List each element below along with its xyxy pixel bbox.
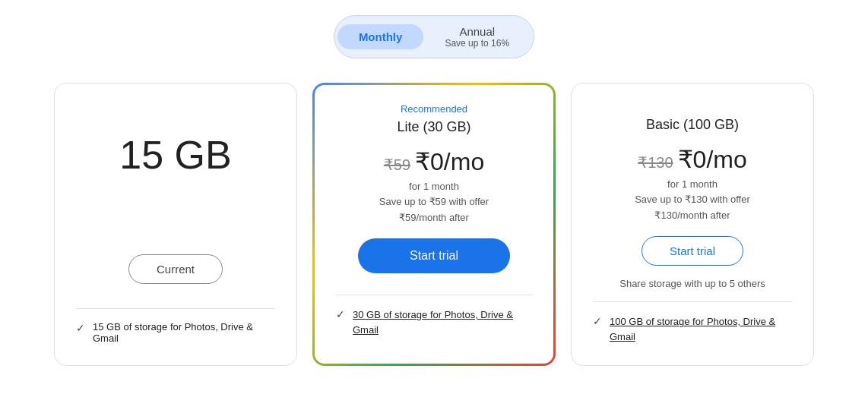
basic-share-text: Share storage with up to 5 others: [619, 278, 765, 289]
annual-save-text: Save up to 16%: [445, 38, 509, 49]
basic-price-sub-line1: for 1 month: [667, 178, 718, 190]
basic-price-sub-line2: Save up to ₹130 with offer: [635, 194, 750, 205]
annual-label: Annual: [459, 25, 495, 38]
basic-checkmark: ✓: [593, 315, 602, 327]
lite-price-after: ₹59/month after: [399, 212, 469, 223]
lite-price-sub: for 1 month Save up to ₹59 with offer: [379, 179, 489, 209]
lite-checkmark: ✓: [336, 308, 345, 320]
lite-feature-text: 30 GB of storage for Photos, Drive & Gma…: [353, 307, 532, 337]
free-feature-text: 15 GB of storage for Photos, Drive & Gma…: [93, 321, 275, 344]
basic-feature-item: ✓ 100 GB of storage for Photos, Drive & …: [593, 314, 792, 344]
lite-price-sub-line1: for 1 month: [409, 181, 459, 192]
annual-toggle[interactable]: Annual Save up to 16%: [423, 19, 531, 55]
lite-price-row: ₹59 ₹0/mo: [384, 147, 484, 176]
basic-plan-name: Basic (100 GB): [646, 117, 739, 133]
basic-price-after: ₹130/month after: [654, 210, 730, 221]
billing-toggle: Monthly Annual Save up to 16%: [334, 15, 534, 58]
lite-plan-name: Lite (30 GB): [397, 119, 470, 135]
free-feature-item: ✓ 15 GB of storage for Photos, Drive & G…: [76, 321, 275, 344]
free-plan-card: 15 GB Current ✓ 15 GB of storage for Pho…: [54, 83, 297, 366]
basic-price-row: ₹130 ₹0/mo: [638, 145, 747, 174]
basic-price-sub: for 1 month Save up to ₹130 with offer: [635, 177, 750, 206]
lite-plan-card: Recommended Lite (30 GB) ₹59 ₹0/mo for 1…: [312, 83, 556, 366]
basic-divider: [593, 301, 792, 302]
lite-start-trial-button[interactable]: Start trial: [358, 238, 510, 273]
basic-start-trial-button[interactable]: Start trial: [641, 236, 743, 266]
free-checkmark: ✓: [76, 322, 85, 334]
current-button: Current: [128, 254, 223, 284]
lite-price-sub-line2: Save up to ₹59 with offer: [379, 196, 489, 207]
lite-divider: [336, 295, 532, 295]
free-divider: [76, 308, 275, 309]
plans-container: 15 GB Current ✓ 15 GB of storage for Pho…: [31, 83, 837, 366]
basic-feature-text: 100 GB of storage for Photos, Drive & Gm…: [610, 314, 792, 344]
lite-current-price: ₹0/mo: [415, 147, 484, 176]
free-storage-label: 15 GB: [119, 134, 231, 177]
basic-plan-card: Basic (100 GB) ₹130 ₹0/mo for 1 month Sa…: [571, 83, 814, 366]
basic-current-price: ₹0/mo: [678, 145, 747, 174]
monthly-label: Monthly: [359, 30, 403, 43]
monthly-toggle[interactable]: Monthly: [337, 24, 424, 49]
lite-feature-item: ✓ 30 GB of storage for Photos, Drive & G…: [336, 307, 532, 337]
recommended-badge: Recommended: [401, 103, 467, 115]
lite-original-price: ₹59: [384, 156, 410, 174]
basic-original-price: ₹130: [638, 153, 673, 172]
